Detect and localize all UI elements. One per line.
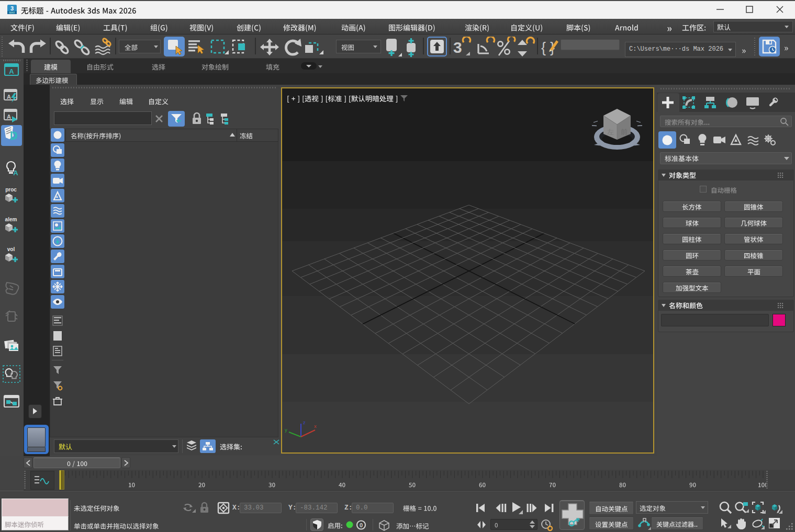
svg-text:MAX: MAX	[9, 11, 16, 14]
svg-text:x: x	[314, 423, 317, 429]
svg-text:3: 3	[453, 39, 462, 56]
svg-text:A: A	[7, 114, 11, 120]
svg-text:proc: proc	[5, 187, 17, 193]
svg-text:alem: alem	[5, 217, 17, 222]
svg-text:vol: vol	[7, 246, 15, 252]
svg-text:y: y	[285, 427, 287, 433]
svg-text:A: A	[13, 169, 18, 177]
svg-text:z: z	[303, 420, 306, 425]
svg-text:{: {	[541, 40, 546, 55]
svg-text:A: A	[9, 67, 14, 75]
svg-text:0: 0	[360, 522, 363, 528]
svg-text:A: A	[7, 94, 11, 100]
